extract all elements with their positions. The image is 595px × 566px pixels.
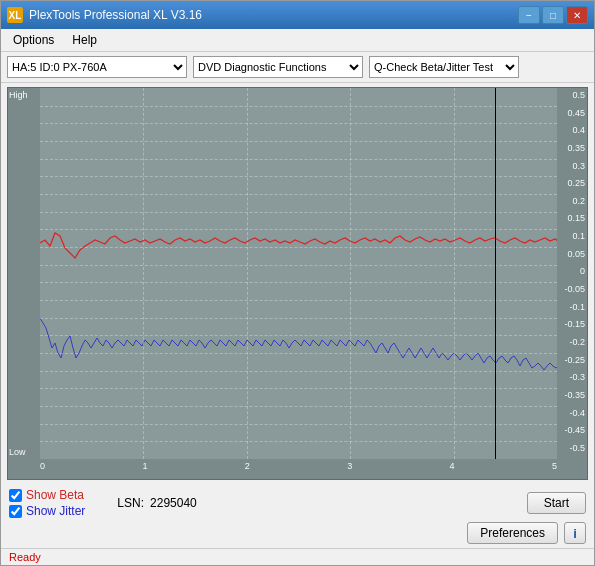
menu-bar: Options Help <box>1 29 594 52</box>
chart-plot <box>40 88 557 459</box>
menu-options[interactable]: Options <box>5 31 62 49</box>
waveform-svg <box>40 88 557 459</box>
lsn-info: LSN: 2295040 <box>117 496 196 510</box>
drive-select[interactable]: HA:5 ID:0 PX-760A <box>7 56 187 78</box>
title-bar: XL PlexTools Professional XL V3.16 − □ ✕ <box>1 1 594 29</box>
start-button[interactable]: Start <box>527 492 586 514</box>
preferences-button[interactable]: Preferences <box>467 522 558 544</box>
show-jitter-label: Show Jitter <box>26 504 85 518</box>
y-axis-high-label: High <box>9 90 28 100</box>
lsn-label: LSN: <box>117 496 144 510</box>
status-bar: Ready <box>1 548 594 565</box>
show-beta-label: Show Beta <box>26 488 84 502</box>
app-icon: XL <box>7 7 23 23</box>
menu-help[interactable]: Help <box>64 31 105 49</box>
window-controls: − □ ✕ <box>518 6 588 24</box>
bottom-controls: Show Beta Show Jitter LSN: 2295040 Start <box>9 488 586 518</box>
main-window: XL PlexTools Professional XL V3.16 − □ ✕… <box>0 0 595 566</box>
show-jitter-row: Show Jitter <box>9 504 85 518</box>
close-button[interactable]: ✕ <box>566 6 588 24</box>
lsn-value: 2295040 <box>150 496 197 510</box>
window-title: PlexTools Professional XL V3.16 <box>29 8 202 22</box>
maximize-button[interactable]: □ <box>542 6 564 24</box>
x-axis: 0 1 2 3 4 5 <box>40 459 557 479</box>
bottom-bar: Show Beta Show Jitter LSN: 2295040 Start… <box>1 484 594 548</box>
info-button[interactable]: i <box>564 522 586 544</box>
show-beta-row: Show Beta <box>9 488 85 502</box>
y-axis-low-label: Low <box>9 447 26 457</box>
chart-area: High Low 0.5 0.45 0.4 0.35 0.3 0.25 0.2 … <box>7 87 588 480</box>
title-bar-left: XL PlexTools Professional XL V3.16 <box>7 7 202 23</box>
test-select[interactable]: Q-Check Beta/Jitter Test <box>369 56 519 78</box>
show-beta-checkbox[interactable] <box>9 489 22 502</box>
bottom-row2: Preferences i <box>9 520 586 544</box>
show-jitter-checkbox[interactable] <box>9 505 22 518</box>
status-text: Ready <box>9 551 41 563</box>
function-select[interactable]: DVD Diagnostic Functions <box>193 56 363 78</box>
minimize-button[interactable]: − <box>518 6 540 24</box>
toolbar: HA:5 ID:0 PX-760A DVD Diagnostic Functio… <box>1 52 594 83</box>
y-axis-right: 0.5 0.45 0.4 0.35 0.3 0.25 0.2 0.15 0.1 … <box>557 88 587 455</box>
